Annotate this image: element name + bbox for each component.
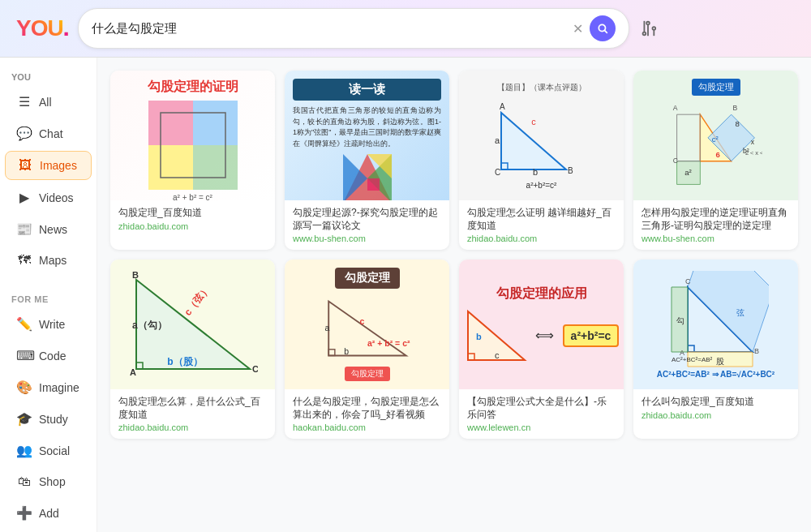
svg-text:c: c	[359, 316, 364, 326]
card8-url: zhidao.baidu.com	[642, 410, 790, 420]
card6-label: 勾股定理	[335, 268, 400, 289]
svg-text:勾: 勾	[676, 316, 684, 325]
card1-title-overlay: 勾股定理的证明	[118, 79, 267, 96]
search-input[interactable]	[92, 22, 573, 36]
videos-icon: ▶	[16, 190, 32, 205]
card8-title: 什么叫勾股定理_百度知道	[642, 396, 790, 409]
sidebar-item-imagine[interactable]: 🎨 Imagine	[5, 373, 92, 401]
svg-text:C: C	[252, 364, 258, 374]
card5-image: B C A b（股） a（勾） c（弦）	[110, 260, 275, 389]
svg-text:C: C	[495, 168, 500, 177]
svg-text:B: B	[733, 104, 738, 112]
card4-info: 怎样用勾股定理的逆定理证明直角三角形-证明勾股定理的逆定理 www.bu-she…	[633, 200, 798, 250]
sidebar-item-code-label: Code	[39, 350, 66, 363]
card5-title: 勾股定理怎么算，是什么公式_百度知道	[118, 396, 267, 421]
svg-text:b: b	[532, 167, 537, 177]
result-card-4[interactable]: 勾股定理 c² a² b	[633, 71, 798, 250]
sidebar-item-images[interactable]: 🖼 Images	[5, 151, 92, 180]
card7-url: www.lelewen.cn	[467, 423, 616, 432]
svg-text:a: a	[324, 323, 329, 332]
svg-point-2	[647, 22, 650, 25]
sidebar-item-news[interactable]: 📰 News	[5, 215, 92, 243]
code-icon: ⌨	[16, 348, 32, 363]
card7-info: 【勾股定理公式大全是什么】-乐乐问答 www.lelewen.cn	[459, 389, 624, 439]
card6-image: 勾股定理 c b a a² + b² = c²	[285, 260, 449, 389]
result-card-2[interactable]: 读一读 我国古代把直角三角形的较短的直角边称为勾，较长的直角边称为股，斜边称为弦…	[285, 71, 449, 250]
card4-header: 勾股定理	[692, 79, 740, 96]
sidebar-item-add[interactable]: ➕ Add	[5, 499, 92, 527]
sidebar-item-chat[interactable]: 💬 Chat	[5, 119, 92, 148]
card8-info: 什么叫勾股定理_百度知道 zhidao.baidu.com	[633, 389, 798, 427]
svg-text:股: 股	[716, 357, 724, 366]
svg-text:6: 6	[716, 150, 720, 159]
svg-text:A: A	[500, 102, 505, 111]
card2-title: 勾股定理起源?-探究勾股定理的起源写一篇议论文	[293, 207, 441, 232]
svg-marker-29	[677, 114, 701, 161]
card7-title: 【勾股定理公式大全是什么】-乐乐问答	[467, 396, 616, 421]
svg-point-3	[653, 27, 656, 30]
sidebar-item-study[interactable]: 🎓 Study	[5, 405, 92, 433]
card6-title: 什么是勾股定理，勾股定理是怎么算出来的，你会了吗_好看视频	[293, 396, 441, 421]
svg-text:c（弦）: c（弦）	[182, 284, 212, 318]
card1-image: 勾股定理的证明 a² + b² = c²	[110, 71, 275, 200]
svg-text:c: c	[531, 117, 536, 127]
card4-url: www.bu-shen.com	[642, 234, 790, 243]
sidebar-item-maps-label: Maps	[39, 254, 67, 267]
sidebar-item-maps[interactable]: 🗺 Maps	[5, 247, 92, 274]
card4-image: 勾股定理 c² a² b	[633, 71, 798, 200]
svg-text:B: B	[568, 166, 573, 175]
search-clear-icon[interactable]: ✕	[573, 21, 583, 36]
sidebar-item-videos-label: Videos	[39, 191, 74, 204]
card3-info: 勾股定理怎么证明 越详细越好_百度知道 zhidao.baidu.com	[459, 200, 624, 250]
sidebar-item-videos[interactable]: ▶ Videos	[5, 183, 92, 212]
sidebar-item-write-label: Write	[39, 318, 65, 331]
svg-text:弦: 弦	[736, 308, 744, 317]
you-label: YOU	[0, 66, 97, 85]
card8-image: 勾 股 弦 C B A AC²+BC²=AB² AC²+BC²=AB² ⇒ AB…	[633, 260, 798, 389]
svg-rect-17	[367, 178, 380, 191]
result-card-6[interactable]: 勾股定理 c b a a² + b² = c²	[285, 260, 449, 439]
sidebar: YOU ☰ All 💬 Chat 🖼 Images ▶ Videos 📰 New…	[0, 58, 97, 532]
card5-url: zhidao.baidu.com	[118, 423, 267, 432]
card7-image: 勾股定理的应用 b c ⟺ a²+b²=c	[459, 260, 624, 389]
card3-formula: a²+b²=c²	[526, 181, 557, 190]
result-card-8[interactable]: 勾 股 弦 C B A AC²+BC²=AB² AC²+BC²=AB² ⇒ AB…	[633, 260, 798, 439]
result-card-5[interactable]: B C A b（股） a（勾） c（弦） 勾股定理怎么算，是什么公式_百度知道 …	[110, 260, 275, 439]
svg-marker-10	[148, 145, 193, 190]
card6-info: 什么是勾股定理，勾股定理是怎么算出来的，你会了吗_好看视频 haokan.bai…	[285, 389, 449, 439]
card1-url: zhidao.baidu.com	[118, 221, 267, 231]
sidebar-item-all[interactable]: ☰ All	[5, 88, 92, 116]
result-card-1[interactable]: 勾股定理的证明 a² + b² = c²	[110, 71, 275, 250]
sidebar-item-social[interactable]: 👥 Social	[5, 436, 92, 465]
card5-info: 勾股定理怎么算，是什么公式_百度知道 zhidao.baidu.com	[110, 389, 275, 439]
card2-image: 读一读 我国古代把直角三角形的较短的直角边称为勾，较长的直角边称为股，斜边称为弦…	[285, 71, 449, 200]
study-icon: 🎓	[16, 411, 32, 427]
main-layout: YOU ☰ All 💬 Chat 🖼 Images ▶ Videos 📰 New…	[0, 58, 811, 532]
result-card-7[interactable]: 勾股定理的应用 b c ⟺ a²+b²=c	[459, 260, 624, 439]
filter-button[interactable]	[639, 19, 657, 37]
card8-formula: AC²+BC²=AB² ⇒ AB=√AC²+BC²	[657, 370, 775, 379]
svg-text:a: a	[494, 135, 500, 145]
svg-text:b: b	[476, 332, 482, 341]
sidebar-item-write[interactable]: ✏️ Write	[5, 310, 92, 338]
svg-text:AC²+BC²=AB²: AC²+BC²=AB²	[672, 356, 713, 363]
svg-text:c²: c²	[712, 135, 719, 144]
svg-text:a（勾）: a（勾）	[132, 320, 167, 331]
svg-text:b: b	[344, 346, 349, 356]
result-card-3[interactable]: 【题目】（课本点评题） c a b A B C a²+b²=c²	[459, 71, 624, 250]
card3-title: 勾股定理怎么证明 越详细越好_百度知道	[467, 207, 616, 232]
svg-marker-9	[193, 101, 238, 145]
card6-badge: 勾股定理	[345, 367, 390, 381]
svg-text:C: C	[685, 277, 691, 285]
svg-text:B: B	[132, 272, 139, 280]
svg-text:8: 8	[735, 119, 739, 128]
search-button[interactable]	[590, 15, 616, 41]
sidebar-item-add-label: Add	[39, 507, 59, 520]
sidebar-item-code[interactable]: ⌨ Code	[5, 341, 92, 370]
sidebar-item-news-label: News	[39, 223, 67, 236]
sidebar-item-imagine-label: Imagine	[39, 381, 79, 394]
header: YOU. ✕	[0, 0, 811, 58]
sidebar-item-shop[interactable]: 🛍 Shop	[5, 468, 92, 496]
svg-line-1	[605, 31, 607, 33]
card1-info: 勾股定理_百度知道 zhidao.baidu.com	[110, 200, 275, 238]
